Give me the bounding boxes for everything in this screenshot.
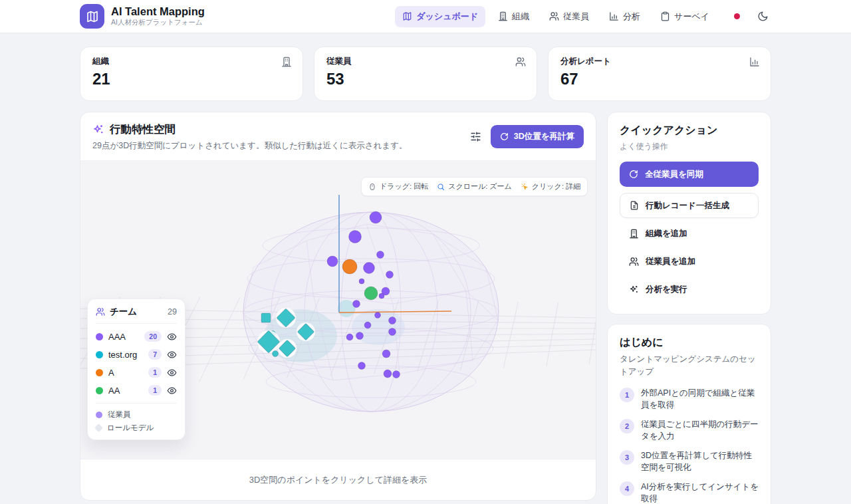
eye-toggle-icon[interactable] (167, 332, 177, 342)
behavior-space-panel: 行動特性空間 29点が3D行動空間にプロットされています。類似した行動は近くに表… (80, 112, 596, 501)
plot-controls-hint: ドラッグ: 回転 スクロール: ズーム クリック: 詳細 (361, 177, 588, 196)
stat-value: 67 (560, 70, 759, 88)
action-label: 分析を実行 (646, 284, 687, 295)
quick-actions-panel: クイックアクション よく使う操作 全従業員を同期 行動レコード一括生成 組織を追… (607, 112, 771, 315)
eye-toggle-icon[interactable] (167, 386, 177, 396)
team-row-AA: AA 1 (96, 385, 177, 396)
shape-label: 従業員 (108, 410, 131, 420)
rolemodel-shape-swatch (94, 424, 103, 432)
nav-item-organizations[interactable]: 組織 (491, 6, 537, 27)
team-name: A (108, 368, 143, 378)
scatter-point-AAA (370, 211, 382, 223)
stat-label: 分析レポート (560, 56, 759, 67)
scatter-point-AAA (356, 332, 364, 340)
status-indicator-dot[interactable] (734, 13, 740, 19)
step-text: 外部APIとの同期で組織と従業員を取得 (641, 387, 759, 411)
eye-toggle-icon[interactable] (167, 368, 177, 378)
panel-subtitle: 29点が3D行動空間にプロットされています。類似した行動は近くに表示されます。 (92, 140, 470, 152)
nav-item-survey[interactable]: サーベイ (653, 6, 717, 27)
stat-card-reports: 分析レポート 67 (548, 47, 771, 101)
team-name: AAA (108, 332, 139, 342)
team-count-badge: 1 (148, 385, 162, 396)
scatter-point-AAA (393, 371, 400, 378)
action-label: 組織を追加 (646, 228, 687, 239)
scatter-point-AAA (386, 271, 394, 279)
refresh-icon (629, 170, 638, 179)
users-icon (515, 57, 526, 67)
quick-actions-title: クイックアクション (620, 124, 759, 138)
employee-shape-swatch (96, 412, 102, 418)
step-text: AI分析を実行してインサイトを取得 (641, 481, 759, 504)
team-count-badge: 7 (148, 349, 162, 360)
nav-label: 分析 (623, 11, 640, 23)
map-icon (402, 11, 412, 21)
team-row-testorg: test.org 7 (96, 349, 177, 360)
stat-value: 53 (326, 70, 525, 88)
team-row-AAA: AAA 20 (96, 331, 177, 342)
nav-label: 組織 (512, 11, 529, 23)
scatter-point-A (342, 259, 357, 274)
3d-scatter-canvas[interactable]: ドラッグ: 回転 スクロール: ズーム クリック: 詳細 チー (80, 160, 596, 459)
nav-item-dashboard[interactable]: ダッシュボード (395, 6, 485, 27)
step-item-4: 4 AI分析を実行してインサイトを取得 (620, 481, 759, 504)
shape-legend-employee: 従業員 (96, 410, 177, 420)
step-number-badge: 4 (620, 481, 634, 496)
scatter-point-AAA (359, 279, 364, 284)
legend-total-count: 29 (168, 307, 177, 316)
bar-chart-icon (749, 57, 760, 67)
scatter-point-AAA (382, 350, 390, 358)
bulk-generate-records-button[interactable]: 行動レコード一括生成 (620, 193, 759, 218)
team-color-dot (96, 369, 103, 376)
nav-label: ダッシュボード (416, 11, 478, 23)
team-color-dot (96, 351, 103, 358)
eye-toggle-icon[interactable] (167, 350, 177, 360)
sync-all-employees-button[interactable]: 全従業員を同期 (620, 162, 759, 187)
scatter-point-AAA (353, 301, 360, 308)
step-item-3: 3 3D位置を再計算して行動特性空間を可視化 (620, 449, 759, 473)
step-item-1: 1 外部APIとの同期で組織と従業員を取得 (620, 387, 759, 411)
team-name: AA (108, 386, 143, 396)
getting-started-subtitle: タレントマッピングシステムのセットアップ (620, 353, 759, 378)
step-item-2: 2 従業員ごとに四半期の行動データを入力 (620, 418, 759, 442)
building-icon (629, 229, 639, 239)
brand: AI Talent Mapping AI人材分析プラットフォーム (80, 4, 205, 29)
scatter-point-AAA (377, 251, 384, 259)
add-organization-button[interactable]: 組織を追加 (620, 221, 759, 246)
panel-title: 行動特性空間 (110, 122, 176, 137)
nav-label: サーベイ (674, 11, 709, 23)
pointer-click-icon (521, 183, 529, 191)
nav-item-analysis[interactable]: 分析 (602, 6, 648, 27)
add-employee-button[interactable]: 従業員を追加 (620, 249, 759, 274)
team-legend-panel: チーム 29 AAA 20 test.org 7 (87, 299, 185, 440)
step-number-badge: 3 (620, 450, 634, 465)
scatter-point-test.org (273, 351, 279, 357)
display-settings-button[interactable] (470, 131, 481, 142)
scatter-point-AAA (389, 328, 396, 336)
hint-label: ドラッグ: 回転 (380, 182, 428, 191)
scatter-point-AAA (384, 370, 392, 378)
step-text: 3D位置を再計算して行動特性空間を可視化 (641, 449, 759, 473)
clipboard-icon (660, 11, 670, 21)
hint-label: クリック: 詳細 (532, 182, 580, 191)
map-icon (86, 10, 99, 23)
users-icon (629, 257, 639, 267)
quick-actions-subtitle: よく使う操作 (620, 141, 759, 152)
scatter-point-AAA (358, 362, 366, 370)
run-analysis-button[interactable]: 分析を実行 (620, 277, 759, 302)
nav-label: 従業員 (563, 11, 589, 23)
moon-icon (757, 11, 769, 22)
scatter-point-AAA (375, 313, 381, 318)
sparkles-icon (92, 124, 104, 136)
nav-item-employees[interactable]: 従業員 (542, 6, 596, 27)
recalculate-3d-button[interactable]: 3D位置を再計算 (491, 125, 584, 148)
dark-mode-toggle[interactable] (755, 8, 771, 25)
step-text: 従業員ごとに四半期の行動データを入力 (641, 418, 759, 442)
file-text-icon (630, 201, 639, 210)
app-logo (80, 4, 104, 29)
step-number-badge: 2 (620, 419, 634, 434)
plot-footer-hint: 3D空間のポイントをクリックして詳細を表示 (80, 459, 596, 500)
sparkles-icon (629, 285, 639, 295)
stat-card-organizations: 組織 21 (80, 47, 303, 101)
shape-legend-rolemodel: ロールモデル (96, 423, 177, 433)
shape-label: ロールモデル (107, 423, 154, 433)
